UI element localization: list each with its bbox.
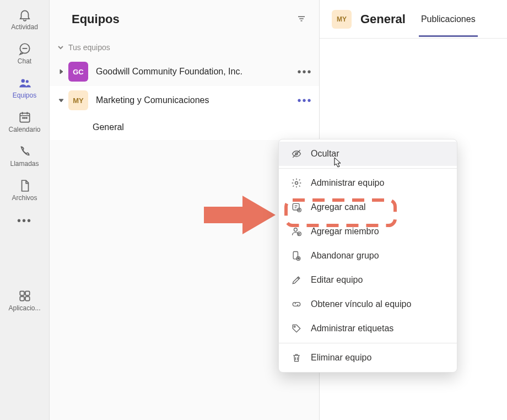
svg-rect-7 <box>20 291 24 295</box>
svg-point-12 <box>295 182 298 185</box>
menu-label: Administrar etiquetas <box>311 324 393 333</box>
menu-item-hide[interactable]: Ocultar <box>279 142 457 166</box>
tab-underline <box>419 35 478 37</box>
pencil-icon <box>289 274 304 286</box>
svg-rect-10 <box>25 297 30 301</box>
rail-label: Actividad <box>11 23 38 31</box>
menu-label: Editar equipo <box>311 275 363 285</box>
rail-label: Llamadas <box>10 160 39 168</box>
filter-icon <box>296 14 306 25</box>
teams-title: Equipos <box>72 12 120 26</box>
apps-icon <box>18 289 32 303</box>
menu-label: Abandonar grupo <box>311 251 379 261</box>
menu-label: Agregar miembro <box>311 227 379 236</box>
menu-item-leave-group[interactable]: Abandonar grupo <box>279 244 457 268</box>
tab-label: Publicaciones <box>421 14 476 24</box>
menu-label: Administrar equipo <box>311 178 384 188</box>
rail-item-apps[interactable]: Aplicacio... <box>0 283 49 317</box>
caret-right-icon <box>57 69 65 74</box>
channel-general[interactable]: General <box>50 115 319 140</box>
chevron-down-icon <box>57 44 65 51</box>
your-teams-section[interactable]: Tus equipos <box>50 39 319 57</box>
menu-item-edit-team[interactable]: Editar equipo <box>279 268 457 292</box>
menu-item-manage-tags[interactable]: Administrar etiquetas <box>279 316 457 341</box>
svg-point-5 <box>24 117 25 119</box>
rail-item-calendar[interactable]: Calendario <box>0 105 49 139</box>
channel-team-avatar: MY <box>332 10 352 29</box>
team-avatar: MY <box>68 90 88 110</box>
add-member-icon <box>289 226 304 237</box>
channel-header: MY General Publicaciones <box>320 0 507 39</box>
svg-point-4 <box>22 117 23 119</box>
team-name: Goodwill Community Foundation, Inc. <box>96 67 295 77</box>
team-row-goodwill[interactable]: GC Goodwill Community Foundation, Inc. •… <box>50 57 319 86</box>
rail-label: Equipos <box>13 91 36 99</box>
file-icon <box>18 179 32 193</box>
menu-separator <box>279 343 457 343</box>
svg-point-1 <box>21 79 25 83</box>
menu-item-manage-team[interactable]: Administrar equipo <box>279 171 457 195</box>
rail-item-files[interactable]: Archivos <box>0 173 49 207</box>
menu-label: Eliminar equipo <box>311 353 371 363</box>
filter-button[interactable] <box>294 12 309 27</box>
svg-point-6 <box>26 117 27 119</box>
team-avatar: GC <box>68 62 88 82</box>
svg-rect-17 <box>293 252 298 259</box>
people-icon <box>18 76 32 90</box>
svg-point-2 <box>25 80 28 83</box>
team-name: Marketing y Comunicaciones <box>96 95 295 105</box>
rail-item-chat[interactable]: Chat <box>0 36 49 71</box>
menu-item-add-member[interactable]: Agregar miembro <box>279 219 457 244</box>
svg-rect-9 <box>20 297 24 301</box>
rail-item-more[interactable]: ••• <box>0 207 49 234</box>
svg-rect-8 <box>25 291 30 295</box>
team-more-button[interactable]: ••• <box>295 66 315 78</box>
rail-label: Aplicacio... <box>8 304 40 312</box>
channel-name: General <box>93 122 124 132</box>
phone-icon <box>18 144 32 159</box>
teams-header: Equipos <box>50 0 319 39</box>
caret-down-icon <box>57 98 65 103</box>
link-icon <box>289 299 304 310</box>
rail-label: Calendario <box>8 126 40 133</box>
team-more-button[interactable]: ••• <box>295 94 315 107</box>
rail-item-teams[interactable]: Equipos <box>0 71 49 105</box>
svg-point-15 <box>294 228 297 231</box>
svg-rect-13 <box>293 203 299 210</box>
team-context-menu: Ocultar Administrar equipo Agregar canal… <box>278 139 457 373</box>
menu-item-get-link[interactable]: Obtener vínculo al equipo <box>279 292 457 316</box>
rail-item-activity[interactable]: Actividad <box>0 2 49 36</box>
section-label: Tus equipos <box>68 43 110 52</box>
leave-icon <box>289 250 304 261</box>
menu-item-add-channel[interactable]: Agregar canal <box>279 195 457 219</box>
rail-label: Chat <box>18 57 31 65</box>
menu-separator <box>279 168 457 169</box>
app-rail: Actividad Chat Equipos Calendario Llamad… <box>0 0 50 420</box>
more-icon: ••• <box>18 213 32 228</box>
bell-icon <box>18 8 32 22</box>
menu-label: Obtener vínculo al equipo <box>311 299 411 309</box>
rail-label: Archivos <box>12 194 37 202</box>
menu-label: Ocultar <box>311 149 339 159</box>
hide-icon <box>289 148 304 159</box>
tag-icon <box>289 323 304 334</box>
gear-icon <box>289 177 304 189</box>
tab-publicaciones[interactable]: Publicaciones <box>419 2 478 37</box>
trash-icon <box>289 352 304 363</box>
chat-icon <box>18 42 32 56</box>
channel-title: General <box>360 12 406 26</box>
rail-item-calls[interactable]: Llamadas <box>0 139 49 173</box>
menu-item-delete-team[interactable]: Eliminar equipo <box>279 346 457 370</box>
add-channel-icon <box>289 202 304 213</box>
menu-label: Agregar canal <box>311 202 366 212</box>
calendar-icon <box>18 110 32 125</box>
team-row-marketing[interactable]: MY Marketing y Comunicaciones ••• <box>50 86 319 115</box>
svg-point-19 <box>294 326 295 327</box>
